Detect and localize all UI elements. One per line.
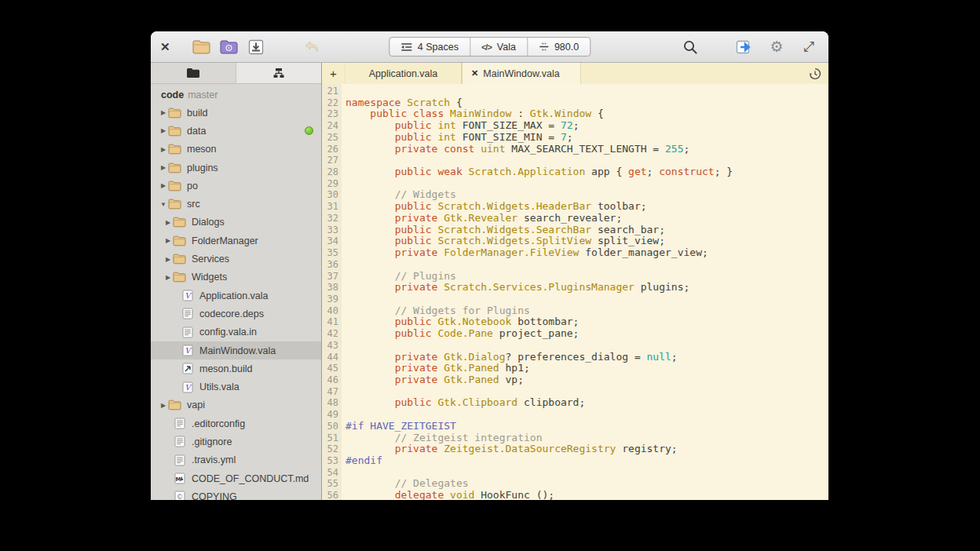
indentation-label: 4 Spaces xyxy=(418,42,459,53)
expander-closed-icon[interactable]: ▶ xyxy=(159,402,168,409)
expander-closed-icon[interactable]: ▶ xyxy=(159,146,168,153)
project-header[interactable]: code master xyxy=(151,86,321,104)
tree-item-dialogs[interactable]: ▶Dialogs xyxy=(151,213,321,232)
search-button[interactable] xyxy=(680,37,700,57)
revert-button[interactable] xyxy=(302,37,322,57)
open-file-button[interactable] xyxy=(191,37,211,57)
code-line: // Widgets for Plugins xyxy=(346,305,828,317)
settings-button[interactable]: ⚙ xyxy=(766,37,787,57)
tree-item-label: build xyxy=(187,108,207,119)
tree-item-code-of-conduct-md[interactable]: MCODE_OF_CONDUCT.md xyxy=(151,469,321,487)
tree-item-meson[interactable]: ▶meson xyxy=(151,140,321,159)
folder-icon xyxy=(168,180,181,192)
tree-item-data[interactable]: ▶data xyxy=(151,122,321,140)
vala-icon: V xyxy=(181,381,194,393)
line-number: 28 xyxy=(322,166,338,178)
templates-button[interactable] xyxy=(218,37,239,57)
files-panel-toggle[interactable] xyxy=(151,63,236,83)
expander-closed-icon[interactable]: ▶ xyxy=(159,127,168,134)
tree-item-utils-vala[interactable]: VUtils.vala xyxy=(151,378,321,396)
line-number: 25 xyxy=(322,132,338,144)
folder-icon xyxy=(173,235,186,246)
tab-mainwindow-vala[interactable]: ✕ MainWindow.vala xyxy=(462,63,581,84)
line-number: 27 xyxy=(322,155,338,166)
new-tab-button[interactable]: + xyxy=(322,63,346,84)
tab-close-icon[interactable]: ✕ xyxy=(471,68,478,78)
expander-closed-icon[interactable]: ▶ xyxy=(159,109,168,116)
save-icon xyxy=(248,39,264,55)
source-view[interactable]: 2122232425262728293031323334353637383940… xyxy=(322,84,828,500)
tree-item-mainwindow-vala[interactable]: VMainWindow.vala xyxy=(151,341,321,359)
code-line: public weak Scratch.Application app { ge… xyxy=(346,166,828,178)
code-line: private Zeitgeist.DataSourceRegistry reg… xyxy=(346,443,828,455)
tree-item-application-vala[interactable]: VApplication.vala xyxy=(151,286,321,305)
tree-item-build[interactable]: ▶build xyxy=(151,104,321,122)
line-number: 32 xyxy=(322,213,338,224)
fullscreen-button[interactable]: ⤢ xyxy=(799,37,819,57)
share-button[interactable] xyxy=(734,37,755,57)
undo-arrow-icon xyxy=(303,40,320,54)
code-text[interactable]: namespace Scratch { public class MainWin… xyxy=(342,84,828,500)
markdown-icon: M xyxy=(173,473,186,484)
syntax-language-button[interactable]: </> Vala xyxy=(470,38,528,56)
expander-closed-icon[interactable]: ▶ xyxy=(163,274,173,281)
project-name: code xyxy=(161,89,184,100)
tree-item-po[interactable]: ▶po xyxy=(151,177,321,195)
code-line: public Scratch.Widgets.SearchBar search_… xyxy=(346,224,828,236)
tree-item-plugins[interactable]: ▶plugins xyxy=(151,159,321,177)
code-line: private Gtk.Paned hp1; xyxy=(346,363,828,374)
tree-item-foldermanager[interactable]: ▶FolderManager xyxy=(151,232,321,250)
tree-item-label: plugins xyxy=(187,162,218,173)
tree-item-codecore-deps[interactable]: codecore.deps xyxy=(151,305,321,323)
tree-item--travis-yml[interactable]: .travis.yml xyxy=(151,451,321,469)
text-icon xyxy=(181,308,194,319)
tree-item-meson-build[interactable]: meson.build xyxy=(151,359,321,378)
line-number: 39 xyxy=(322,294,338,305)
expander-closed-icon[interactable]: ▶ xyxy=(163,256,173,263)
closed-tabs-history-button[interactable] xyxy=(802,63,828,84)
code-line: public Code.Pane project_pane; xyxy=(346,328,828,340)
indentation-button[interactable]: 4 Spaces xyxy=(389,38,470,56)
tab-application-vala[interactable]: Application.vala xyxy=(346,63,462,84)
document-settings-group: 4 Spaces </> Vala 980.0 xyxy=(389,37,591,57)
editor-pane: + Application.vala ✕ MainWindow.vala xyxy=(322,63,828,500)
outline-tree-icon xyxy=(272,68,285,78)
tree-item-label: meson.build xyxy=(199,363,252,374)
outline-panel-toggle[interactable] xyxy=(236,63,321,83)
tree-item-label: CODE_OF_CONDUCT.md xyxy=(192,473,309,484)
line-number: 22 xyxy=(322,97,338,109)
headerbar[interactable]: ✕ xyxy=(151,31,828,63)
expander-closed-icon[interactable]: ▶ xyxy=(163,237,173,244)
folder-icon xyxy=(168,144,181,155)
tree-item-label: src xyxy=(187,199,200,210)
vala-icon: V xyxy=(181,290,194,301)
tree-item-widgets[interactable]: ▶Widgets xyxy=(151,268,321,286)
save-as-button[interactable] xyxy=(246,37,266,57)
tree-item-src[interactable]: ▼src xyxy=(151,195,321,213)
tree-item--editorconfig[interactable]: .editorconfig xyxy=(151,414,321,432)
expander-closed-icon[interactable]: ▶ xyxy=(159,164,168,171)
tree-item-label: .travis.yml xyxy=(192,454,236,465)
line-number: 37 xyxy=(322,271,338,283)
tree-item-config-vala-in[interactable]: config.vala.in xyxy=(151,323,321,341)
tree-item-label: Services xyxy=(192,254,229,265)
tree-item-label: .gitignore xyxy=(192,436,232,447)
folder-icon xyxy=(168,125,181,137)
indent-icon xyxy=(400,42,412,52)
expander-closed-icon[interactable]: ▶ xyxy=(159,182,168,189)
tree-item--gitignore[interactable]: .gitignore xyxy=(151,432,321,451)
code-line xyxy=(346,386,828,398)
code-line: delegate void HookFunc (); xyxy=(346,490,828,500)
expander-closed-icon[interactable]: ▶ xyxy=(163,219,173,226)
tree-item-label: po xyxy=(187,181,198,192)
tree-item-services[interactable]: ▶Services xyxy=(151,250,321,268)
tree-item-vapi[interactable]: ▶vapi xyxy=(151,396,321,414)
expander-open-icon[interactable]: ▼ xyxy=(159,201,168,208)
code-line: public Gtk.Clipboard clipboard; xyxy=(346,397,828,409)
tree-item-copying[interactable]: ©COPYING xyxy=(151,487,321,500)
code-line: public Scratch.Widgets.SplitView split_v… xyxy=(346,235,828,247)
goto-line-button[interactable]: 980.0 xyxy=(528,38,590,56)
line-number: 42 xyxy=(322,328,338,340)
window-close-button[interactable]: ✕ xyxy=(160,40,176,54)
code-line xyxy=(346,178,828,190)
